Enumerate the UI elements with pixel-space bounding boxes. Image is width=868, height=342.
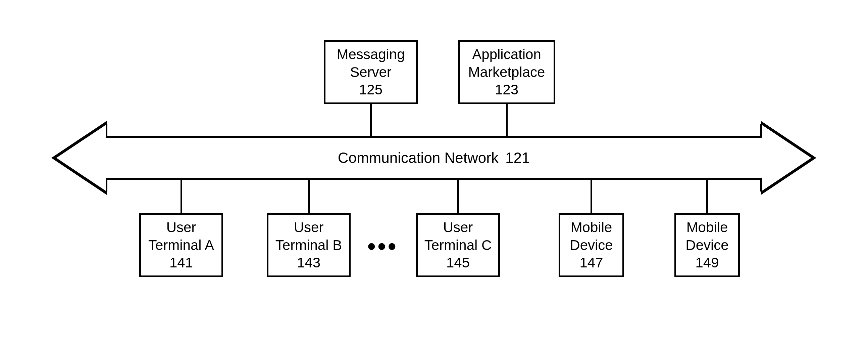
box-user-terminal-a: User Terminal A 141 (139, 213, 223, 277)
connector-top-messaging (370, 104, 372, 136)
label-line2: Device (570, 236, 613, 254)
connector-bot-c (457, 180, 459, 213)
label-line2: Terminal B (276, 236, 342, 254)
ref-number: 145 (446, 254, 470, 272)
bus-arrow-left-fill (56, 124, 107, 192)
connector-bot-m1 (591, 180, 592, 213)
bus-arrow-left-cap-top (106, 124, 107, 138)
box-messaging-server: Messaging Server 125 (324, 40, 418, 104)
label-line1: Application (472, 46, 541, 63)
label-line1: Mobile (571, 219, 612, 236)
ref-number: 125 (359, 81, 382, 99)
label-line2: Device (685, 236, 728, 254)
box-mobile-device-2: Mobile Device 149 (674, 213, 740, 277)
label-line2: Marketplace (468, 63, 545, 81)
label-line2: Terminal A (148, 236, 214, 254)
connector-bot-m2 (706, 180, 708, 213)
bus-arrow-right-cap-bot (760, 178, 762, 192)
box-mobile-device-1: Mobile Device 147 (559, 213, 624, 277)
connector-bot-a (181, 180, 182, 213)
label-line1: User (166, 219, 196, 236)
bus-ref-number: 121 (505, 149, 530, 166)
label-line2: Terminal C (425, 236, 492, 254)
label-line1: Messaging (337, 46, 405, 63)
bus-label: Communication Network (338, 149, 499, 166)
ref-number: 149 (695, 254, 719, 272)
ref-number: 143 (297, 254, 320, 272)
box-user-terminal-b: User Terminal B 143 (267, 213, 351, 277)
bus-communication-network: Communication Network 121 (107, 136, 761, 180)
ellipsis-icon: ••• (367, 233, 398, 260)
bus-arrow-left-cap-bot (106, 178, 107, 192)
ref-number: 141 (169, 254, 193, 272)
label-line2: Server (350, 63, 392, 81)
label-line1: User (443, 219, 473, 236)
label-line1: Mobile (686, 219, 728, 236)
bus-arrow-right-cap-top (760, 124, 762, 138)
connector-bot-b (308, 180, 310, 213)
ref-number: 147 (580, 254, 603, 272)
bus-arrow-right-fill (761, 124, 811, 192)
label-line1: User (294, 219, 324, 236)
box-application-marketplace: Application Marketplace 123 (458, 40, 555, 104)
connector-top-marketplace (506, 104, 508, 136)
box-user-terminal-c: User Terminal C 145 (416, 213, 500, 277)
ref-number: 123 (495, 81, 518, 99)
